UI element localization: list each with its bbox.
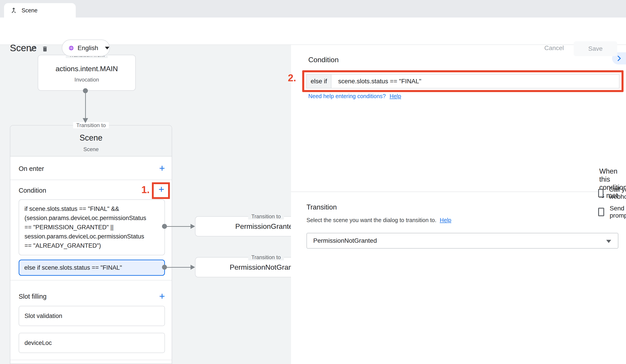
condition-help-link[interactable]: Help — [390, 93, 401, 99]
intent-type: Invocation — [38, 76, 135, 83]
section-divider — [10, 360, 172, 360]
arrowhead-right-icon — [191, 265, 195, 270]
annotation-box-1 — [152, 182, 170, 199]
transition-helper-text: Select the scene you want the dialog to … — [307, 217, 451, 223]
condition-line: == "ALREADY_GRANTED") — [25, 241, 159, 250]
screen: Scene Scene English Cancel Save — [0, 0, 626, 364]
delete-scene-button[interactable] — [40, 44, 50, 54]
panel-title: Condition — [308, 56, 339, 64]
connector-line — [164, 267, 191, 268]
arrowhead-right-icon — [191, 224, 195, 229]
node-invocation[interactable]: Transition from actions.intent.MAIN Invo… — [38, 55, 136, 91]
intent-name: actions.intent.MAIN — [38, 65, 135, 73]
arrowhead-down-icon — [83, 118, 88, 123]
call-webhook-checkbox[interactable] — [598, 189, 604, 197]
connector-line — [164, 226, 191, 227]
selected-scene-label: PermissionNotGranted — [313, 237, 377, 244]
slot-deviceloc-item[interactable]: deviceLoc — [19, 333, 165, 353]
panel-divider — [291, 191, 626, 192]
condition-section-label: Condition — [19, 187, 46, 194]
language-selector[interactable]: English — [62, 39, 110, 56]
condition-line: == "PERMISSION_GRANTED" || — [25, 223, 159, 232]
condition-line: if scene.slots.status == "FINAL" && — [25, 204, 159, 214]
chevron-right-icon — [615, 55, 623, 62]
condition-help-line: Need help entering conditions? Help — [308, 93, 401, 100]
connector-line — [85, 91, 86, 119]
scene-card-subtitle: Scene — [10, 146, 172, 152]
save-button[interactable]: Save — [574, 41, 617, 56]
condition-line: session.params.deviceLoc.permissionStatu… — [25, 232, 159, 241]
slot-validation-item[interactable]: Slot validation — [19, 306, 165, 326]
transition-title: Transition — [307, 203, 337, 211]
globe-icon — [69, 44, 74, 52]
select-caret-icon — [606, 240, 611, 243]
node-legend: Transition to — [248, 254, 284, 260]
condition-item-elseif-selected[interactable]: else if scene.slots.status == "FINAL" — [19, 259, 165, 276]
tab-strip: Scene — [0, 0, 626, 18]
send-prompts-label: Send prompts — [610, 205, 626, 219]
send-prompts-checkbox[interactable] — [598, 208, 604, 216]
call-webhook-label: Call your webhook — [609, 186, 626, 200]
scene-card-header: Scene Scene — [10, 126, 172, 156]
node-title: PermissionGranted — [235, 222, 297, 231]
language-label: English — [78, 44, 98, 52]
help-text: Need help entering conditions? — [308, 93, 386, 99]
transition-scene-select[interactable]: PermissionNotGranted — [307, 233, 618, 249]
annotation-2-label: 2. — [285, 72, 296, 83]
webhook-checkbox-row: Call your webhook — [598, 186, 626, 200]
chevron-down-icon — [105, 47, 110, 49]
tab-scene[interactable]: Scene — [4, 3, 76, 18]
scene-card-title: Scene — [10, 133, 172, 143]
section-divider — [10, 280, 172, 281]
condition-line: (session.params.deviceLoc.permissionStat… — [25, 214, 159, 223]
condition-item-if[interactable]: if scene.slots.status == "FINAL" && (ses… — [19, 199, 165, 255]
on-enter-section: On enter + — [10, 156, 172, 180]
edit-scene-button[interactable] — [28, 44, 38, 54]
tab-label: Scene — [22, 7, 38, 14]
scene-merge-icon — [10, 6, 18, 14]
pencil-icon — [29, 46, 36, 52]
annotation-box-2 — [302, 70, 624, 92]
add-slot-button[interactable]: + — [159, 291, 165, 301]
header-bar: Scene English Cancel Save — [0, 18, 626, 45]
node-legend: Transition to — [248, 213, 284, 219]
scene-card-legend: Transition to — [73, 122, 109, 128]
transition-help-link[interactable]: Help — [440, 217, 451, 223]
scene-card[interactable]: Transition to Scene Scene On enter + Con… — [10, 125, 172, 364]
add-on-enter-button[interactable]: + — [159, 163, 165, 173]
cancel-button[interactable]: Cancel — [539, 44, 569, 52]
prompts-checkbox-row: Send prompts — [598, 205, 626, 219]
transition-helper-label: Select the scene you want the dialog to … — [307, 217, 436, 223]
slot-filling-label: Slot filling — [19, 293, 46, 300]
annotation-1-label: 1. — [135, 184, 150, 195]
on-enter-label: On enter — [19, 165, 44, 173]
trash-icon — [41, 46, 48, 52]
